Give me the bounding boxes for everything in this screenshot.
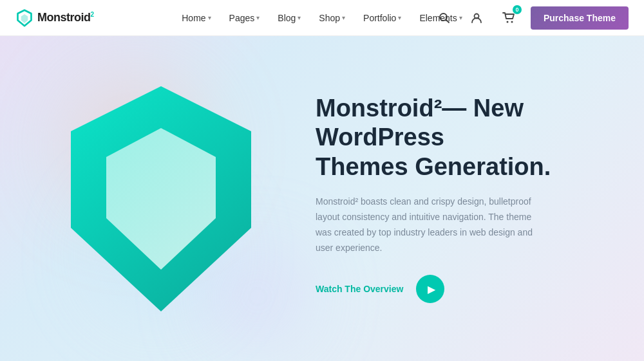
hero-shield-svg — [52, 80, 270, 318]
monstroid-logo-icon — [15, 9, 33, 27]
cart-icon — [502, 12, 515, 24]
hero-content: Monstroid²— New WordPress Themes Generat… — [316, 94, 625, 304]
chevron-down-icon: ▾ — [298, 14, 301, 21]
chevron-down-icon: ▾ — [208, 14, 211, 21]
chevron-down-icon: ▾ — [342, 14, 345, 21]
svg-line-1 — [446, 19, 449, 23]
nav-blog[interactable]: Blog ▾ — [270, 8, 308, 28]
nav-pages[interactable]: Pages ▾ — [222, 8, 268, 28]
hero-description: Monstroid² boasts clean and crispy desig… — [316, 194, 547, 255]
watch-overview-link[interactable]: Watch The Overview — [316, 284, 403, 295]
nav-shop[interactable]: Shop ▾ — [311, 8, 353, 28]
cart-button[interactable]: 0 — [498, 8, 519, 28]
play-icon: ▶ — [428, 283, 435, 295]
chevron-down-icon: ▾ — [398, 14, 401, 21]
nav-home[interactable]: Home ▾ — [174, 8, 218, 28]
user-button[interactable] — [466, 8, 487, 28]
logo[interactable]: Monstroid2 — [15, 9, 94, 27]
hero-actions: Watch The Overview ▶ — [316, 275, 625, 303]
hero-graphic — [39, 70, 283, 328]
chevron-down-icon: ▾ — [256, 14, 260, 21]
chevron-down-icon: ▾ — [459, 14, 462, 21]
logo-text: Monstroid2 — [37, 11, 94, 24]
svg-point-3 — [506, 21, 508, 23]
search-icon — [439, 12, 450, 24]
nav-portfolio[interactable]: Portfolio ▾ — [355, 8, 409, 28]
header: Monstroid2 Home ▾ Pages ▾ Blog ▾ Shop ▾ … — [0, 0, 644, 36]
purchase-theme-button[interactable]: Purchase Theme — [531, 6, 629, 30]
user-icon — [471, 12, 482, 24]
cart-badge: 0 — [513, 5, 522, 14]
play-button[interactable]: ▶ — [416, 275, 444, 303]
search-button[interactable] — [434, 8, 455, 28]
svg-point-4 — [511, 21, 513, 23]
main-nav: Home ▾ Pages ▾ Blog ▾ Shop ▾ Portfolio ▾… — [174, 8, 470, 28]
hero-section: Monstroid²— New WordPress Themes Generat… — [0, 36, 644, 361]
hero-title: Monstroid²— New WordPress Themes Generat… — [316, 94, 625, 182]
